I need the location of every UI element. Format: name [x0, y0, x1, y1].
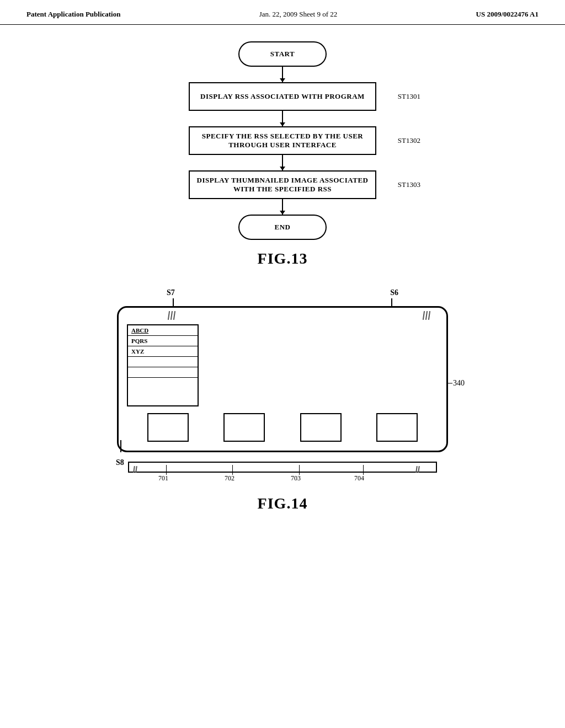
fig13-label: FIG.13 — [33, 250, 532, 267]
ref-340-line — [447, 383, 452, 384]
tv-list-panel: ABCD PQRS XYZ — [127, 324, 199, 406]
page-header: Patent Application Publication Jan. 22, … — [0, 0, 565, 25]
flow-row-st1302: SPECIFY THE RSS SELECTED BY THE USER THR… — [145, 126, 420, 155]
list-item-5 — [128, 367, 198, 378]
ref-340: 340 — [453, 379, 465, 388]
flow-row-st1303: DISPLAY THUMBNAILED IMAGE ASSOCIATED WIT… — [145, 170, 420, 199]
flow-end: END — [238, 215, 327, 240]
tv-stand — [128, 462, 437, 473]
step-label-st1302: ST1302 — [398, 136, 420, 145]
s8-label: S8 — [116, 458, 124, 467]
thumb-701-connector — [166, 465, 167, 475]
flowchart-container: START DISPLAY RSS ASSOCIATED WITH PROGRA… — [145, 41, 420, 240]
flow-st1303: DISPLAY THUMBNAILED IMAGE ASSOCIATED WIT… — [189, 170, 376, 199]
list-item-4 — [128, 357, 198, 367]
right-speaker-grille — [423, 311, 430, 320]
flow-row-st1301: DISPLAY RSS ASSOCIATED WITH PROGRAM ST13… — [145, 82, 420, 111]
thumb-label-703: 703 — [291, 474, 301, 483]
step-label-st1303: ST1303 — [398, 180, 420, 189]
tv-diagram: S7 S6 — [100, 284, 465, 483]
stand-speaker-right — [416, 466, 419, 473]
thumb-704-connector — [363, 465, 364, 475]
fig14-section: S7 S6 — [33, 284, 532, 483]
arrow-4 — [282, 199, 283, 215]
thumbnail-704 — [376, 413, 418, 442]
s7-label: S7 — [167, 288, 175, 297]
thumb-label-701: 701 — [158, 474, 168, 483]
thumb-label-704: 704 — [354, 474, 364, 483]
tv-screen: ABCD PQRS XYZ — [127, 324, 438, 406]
header-patent-number: US 2009/0022476 A1 — [476, 10, 539, 19]
flow-start: START — [238, 41, 327, 67]
arrow-2 — [282, 111, 283, 126]
thumbnail-702 — [223, 413, 265, 442]
fig13-section: START DISPLAY RSS ASSOCIATED WITH PROGRA… — [33, 41, 532, 240]
thumbnail-strip — [127, 409, 438, 445]
step-label-st1301: ST1301 — [398, 92, 420, 101]
arrow-3 — [282, 155, 283, 170]
tv-body: ABCD PQRS XYZ — [117, 306, 448, 452]
flow-st1302: SPECIFY THE RSS SELECTED BY THE USER THR… — [189, 126, 376, 155]
thumb-702-connector — [232, 465, 233, 475]
page-content: START DISPLAY RSS ASSOCIATED WITH PROGRA… — [0, 25, 565, 545]
s8-arrow-line — [120, 440, 121, 452]
list-item-abcd: ABCD — [128, 325, 198, 336]
list-item-pqrs: PQRS — [128, 336, 198, 346]
s6-label: S6 — [390, 288, 398, 297]
list-item-6 — [128, 378, 198, 388]
tv-right-display — [199, 324, 438, 406]
list-item-xyz: XYZ — [128, 346, 198, 357]
header-date-sheet: Jan. 22, 2009 Sheet 9 of 22 — [259, 10, 338, 19]
left-speaker-grille — [168, 311, 175, 320]
arrow-1 — [282, 67, 283, 82]
fig14-label: FIG.14 — [33, 495, 532, 512]
flow-st1301: DISPLAY RSS ASSOCIATED WITH PROGRAM — [189, 82, 376, 111]
thumbnail-701 — [147, 413, 189, 442]
thumbnail-703 — [300, 413, 342, 442]
header-publication-type: Patent Application Publication — [26, 10, 120, 19]
thumb-label-702: 702 — [225, 474, 234, 483]
stand-speaker-left — [134, 466, 137, 473]
thumb-703-connector — [299, 465, 300, 475]
